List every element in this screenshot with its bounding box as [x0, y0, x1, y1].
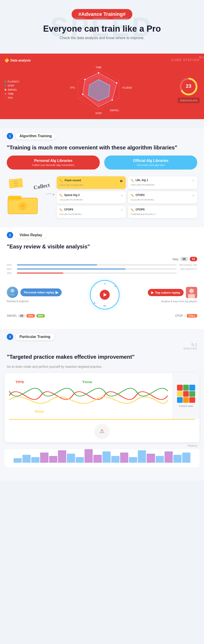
radar-chart: TIME FLUENCY SWIVEL STEP TPS: [24, 65, 173, 114]
personal-btn-sub: Collect your favourite algs everywhere: [11, 164, 95, 166]
play-triangle: [104, 293, 107, 296]
label-u-top: U: [104, 282, 106, 285]
personal-replay-btn[interactable]: Personal video replay ▶: [20, 288, 62, 296]
bar: [120, 452, 128, 463]
official-btn-sub: Find most used algs here: [109, 164, 193, 166]
section-header-3: 3 Particular Traning: [0, 329, 204, 342]
personal-btn-title: Personal Alg Libraries: [11, 159, 95, 163]
line-chart: TPS Time Step: [5, 373, 172, 419]
bar: [14, 458, 22, 463]
cc-9: [189, 397, 195, 403]
bar: [31, 457, 39, 463]
bar-item: [84, 449, 93, 463]
svg-marker-24: [53, 194, 54, 196]
cfop4-content: U'ULURU R'U'RURURU: [59, 213, 123, 216]
cc-5: [183, 391, 189, 397]
replay-quote: "Easy review & visible analysis": [0, 241, 204, 254]
bar-item: [173, 455, 181, 463]
section-title-1: Algorithm Training: [16, 133, 56, 140]
analysis-label-container: 5-1 ANALYSIS: [0, 342, 204, 350]
da-logo: Data analysis: [5, 58, 31, 62]
logo-icon: [5, 58, 9, 62]
alg-quote: "Training is much more convenient with t…: [0, 142, 204, 156]
bar-item: [93, 455, 101, 463]
progress-row-1: 50% INFLUENCE 33%: [7, 264, 197, 266]
bar: [93, 455, 101, 463]
bar: [49, 456, 57, 463]
cfop2-content: U'LULURU R'U'RURURU: [131, 198, 194, 202]
player-circle[interactable]: U U R R2: [90, 280, 120, 310]
step-text: Step: [172, 258, 179, 261]
cc-2: [183, 385, 189, 390]
speed-title: Speed Alg 3: [64, 194, 79, 197]
tps-label: TPS: [8, 96, 13, 99]
alg-buttons: Personal Alg Libraries Collect your favo…: [0, 156, 204, 174]
bar-fill-2: [17, 268, 126, 270]
bar-item: [182, 452, 190, 463]
personal-avatar: [7, 286, 18, 298]
svg-text:FLUENCY: FLUENCY: [122, 86, 133, 89]
pct-1: 50%: [7, 264, 15, 266]
cc-1: [177, 385, 183, 390]
alg-card-speed[interactable]: ✏️ Speed Alg 3 ✓ U'CULURU R'U'RURURU: [57, 191, 126, 204]
center-play-btn[interactable]: [100, 290, 110, 300]
svg-text:STEP: STEP: [95, 112, 102, 114]
bar: [173, 455, 181, 463]
lbl-content: U'RU'LURU R'U'RURURU: [131, 184, 194, 186]
cc-8: [183, 397, 189, 403]
bar: [58, 450, 66, 463]
cfop-label: CFOP→: [175, 314, 185, 317]
alg-card-cfop5[interactable]: ✏️ CFOP5 FURB'RBLBLB RULFRLJ T: [128, 206, 197, 218]
cc-6: [189, 391, 195, 397]
bar-item: [120, 452, 128, 463]
tps-dot: [5, 97, 6, 99]
svg-text:TPS: TPS: [70, 86, 75, 89]
official-alg-btn[interactable]: Official Alg Libraries Find most used al…: [104, 156, 197, 170]
stats-text: STATISTICS 67%: [180, 100, 198, 102]
bar-item: [129, 457, 137, 463]
bar-item: [23, 455, 31, 463]
alg-card-lbl[interactable]: ✏️ LBL Alg 1 ✓ U'RU'LURU R'U'RURURU: [128, 176, 197, 189]
bar-item: [14, 458, 22, 463]
step-label: STEP: [8, 84, 14, 87]
svg-point-30: [11, 289, 14, 292]
top-sublabel: Analyse & learn from top players: [161, 300, 197, 303]
warning-circle: ⚠: [95, 424, 109, 438]
top-replay-btn[interactable]: ▶ Top cubers replay: [148, 289, 184, 296]
speed-content: U'CULURU R'U'RURURU: [59, 198, 123, 202]
swivel-label: SWIVEL: [8, 88, 17, 91]
fluency-label: Fluency: [0, 442, 204, 449]
legend: FLUENCY STEP SWIVEL TIME TPS: [5, 80, 19, 99]
swivel-v2: 33%: [26, 314, 35, 318]
section-number-1: 1: [7, 133, 13, 139]
personal-alg-btn[interactable]: Personal Alg Libraries Collect your favo…: [7, 156, 100, 170]
alg-cards-grid: ✏️ Flash record ▶ U'RU'LURU R'U'RURURU ✏…: [57, 176, 197, 218]
play-icon-personal: ▶: [56, 290, 58, 294]
cube-station-label: CUBE STATION: [171, 58, 199, 62]
svg-text:TIME: TIME: [96, 66, 101, 69]
bar-bg-2: [17, 268, 177, 270]
cc-7: [177, 397, 183, 403]
bar: [156, 456, 164, 463]
bar: [147, 454, 155, 463]
official-btn-title: Official Alg Libraries: [109, 159, 193, 163]
collect-label: Collect: [33, 182, 50, 191]
step-dot: [5, 85, 6, 86]
alg-card-cfop2[interactable]: ✏️ CFOP2 ✓ U'LULURU R'U'RURURU: [128, 191, 197, 204]
bar-item: [58, 450, 66, 463]
cfop2-title: CFOP2: [136, 194, 145, 197]
header-section: SPEED #Advance Training# Everyone can tr…: [0, 0, 204, 54]
fluency-dot: [5, 81, 6, 82]
top-btn-label: Top cubers replay: [155, 291, 180, 294]
alg-card-flash[interactable]: ✏️ Flash record ▶ U'RU'LURU R'U'RURURU: [57, 176, 126, 189]
cc-3: [189, 385, 195, 390]
da-version: 02-1: [199, 56, 204, 58]
bar: [67, 454, 75, 463]
bar: [103, 452, 111, 463]
analysis-num: 5-1: [183, 342, 197, 347]
alg-card-cfop4[interactable]: ✏️ CFOP4 ✓ U'ULURU R'U'RURURU: [57, 206, 126, 218]
bar-item: [49, 456, 57, 463]
section-header-1: 1 Algorithm Training: [0, 128, 204, 142]
bar-item: [156, 456, 164, 463]
bar-item: [165, 452, 173, 463]
